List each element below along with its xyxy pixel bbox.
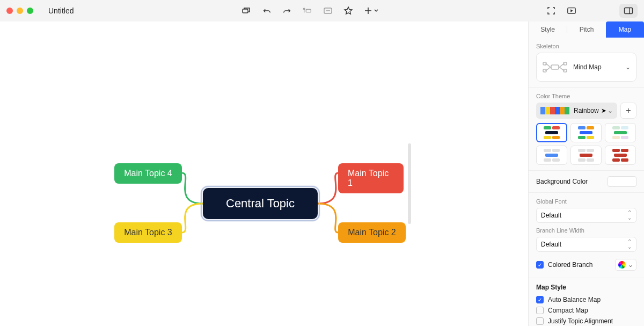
justify-alignment-label: Justify Topic Alignment [548, 317, 613, 325]
close-window-button[interactable] [6, 8, 13, 14]
global-font-label: Global Font [536, 198, 636, 205]
global-font-select[interactable]: Default ⌃⌄ [536, 208, 636, 223]
color-theme-label: Color Theme [536, 93, 636, 99]
fullscreen-window-button[interactable] [27, 8, 33, 14]
boundary-icon[interactable] [323, 6, 333, 16]
auto-balance-checkbox[interactable]: ✓ [536, 296, 544, 303]
map-style-title: Map Style [536, 284, 636, 291]
color-theme-select[interactable]: Rainbow ➤ ⌄ [536, 103, 617, 119]
topic-icon[interactable] [241, 6, 251, 16]
theme-preset-6[interactable] [605, 146, 636, 165]
skeleton-section: Skeleton Mind Map ⌄ [529, 38, 644, 88]
svg-rect-0 [243, 9, 248, 13]
branch-width-label: Branch Line Width [536, 227, 636, 234]
panel-tabs: Style Pitch Map [529, 21, 644, 38]
theme-preset-2[interactable] [570, 123, 602, 142]
tab-style[interactable]: Style [529, 21, 567, 38]
svg-rect-2 [306, 9, 311, 12]
chevron-down-icon: ⌄ [628, 261, 633, 269]
background-color-swatch[interactable] [608, 176, 636, 187]
add-button[interactable] [364, 6, 379, 15]
theme-swatch-icon [540, 107, 569, 114]
tab-pitch[interactable]: Pitch [567, 21, 605, 38]
central-topic-node[interactable]: Central Topic [203, 188, 318, 219]
window-title: Untitled [48, 6, 74, 15]
global-font-value: Default [541, 212, 561, 219]
theme-grid [536, 123, 636, 165]
stepper-icon: ⌃⌄ [627, 239, 632, 250]
redo-icon[interactable] [282, 6, 292, 16]
map-style-section: Map Style ✓ Auto Balance Map Compact Map… [529, 278, 644, 326]
svg-point-1 [303, 8, 305, 10]
relationship-icon[interactable] [303, 6, 312, 16]
present-icon[interactable] [567, 6, 576, 16]
compact-map-checkbox[interactable] [536, 307, 544, 314]
fit-icon[interactable] [546, 6, 556, 16]
color-theme-section: Color Theme Rainbow ➤ ⌄ + [529, 88, 644, 171]
colored-branch-checkbox[interactable]: ✓ [536, 261, 544, 269]
compact-map-label: Compact Map [548, 307, 588, 314]
background-label: Background Color [536, 178, 588, 185]
topic-node-2[interactable]: Main Topic 2 [338, 222, 406, 243]
theme-preset-5[interactable] [570, 146, 602, 165]
undo-icon[interactable] [262, 6, 272, 16]
skeleton-thumb-icon [542, 60, 568, 75]
minimize-window-button[interactable] [17, 8, 23, 14]
branch-color-picker[interactable]: ⌄ [615, 259, 636, 271]
toggle-panel-button[interactable] [619, 4, 638, 18]
theme-preset-3[interactable] [605, 123, 636, 142]
cursor-icon: ➤ [601, 107, 606, 114]
chevron-down-icon: ⌄ [625, 63, 631, 71]
theme-preset-4[interactable] [536, 146, 567, 165]
branch-width-value: Default [541, 241, 561, 248]
toolbar-center [241, 6, 379, 16]
topic-node-3[interactable]: Main Topic 3 [114, 222, 182, 243]
background-section: Background Color [529, 171, 644, 193]
auto-balance-label: Auto Balance Map [548, 296, 601, 303]
add-theme-button[interactable]: + [620, 103, 636, 119]
tab-map[interactable]: Map [606, 21, 644, 38]
skeleton-value: Mind Map [573, 63, 602, 71]
titlebar: Untitled [0, 0, 644, 21]
font-section: Global Font Default ⌃⌄ Branch Line Width… [529, 193, 644, 278]
chevron-down-icon [374, 8, 379, 13]
branch-width-select[interactable]: Default ⌃⌄ [536, 237, 636, 252]
star-icon[interactable] [343, 6, 353, 16]
color-theme-value: Rainbow [574, 107, 600, 114]
inspector-panel: Style Pitch Map Skeleton [528, 21, 644, 326]
canvas-scrollbar[interactable] [408, 143, 411, 224]
stepper-icon: ⌃⌄ [627, 210, 632, 221]
canvas[interactable]: Central Topic Main Topic 4 Main Topic 1 … [0, 21, 528, 326]
topic-node-4[interactable]: Main Topic 4 [114, 163, 182, 184]
colored-branch-label: Colored Branch [548, 261, 592, 269]
justify-alignment-checkbox[interactable] [536, 317, 544, 325]
skeleton-label: Skeleton [536, 43, 636, 49]
svg-rect-8 [625, 8, 633, 14]
skeleton-select[interactable]: Mind Map ⌄ [536, 53, 636, 82]
topic-node-1[interactable]: Main Topic 1 [338, 163, 404, 193]
traffic-lights [6, 8, 33, 14]
theme-preset-1[interactable] [536, 123, 567, 142]
mindmap-connectors [0, 21, 528, 326]
svg-rect-10 [551, 65, 559, 69]
chevron-down-icon: ⌄ [608, 107, 613, 114]
toolbar-right [546, 4, 638, 18]
color-wheel-icon [618, 261, 626, 269]
